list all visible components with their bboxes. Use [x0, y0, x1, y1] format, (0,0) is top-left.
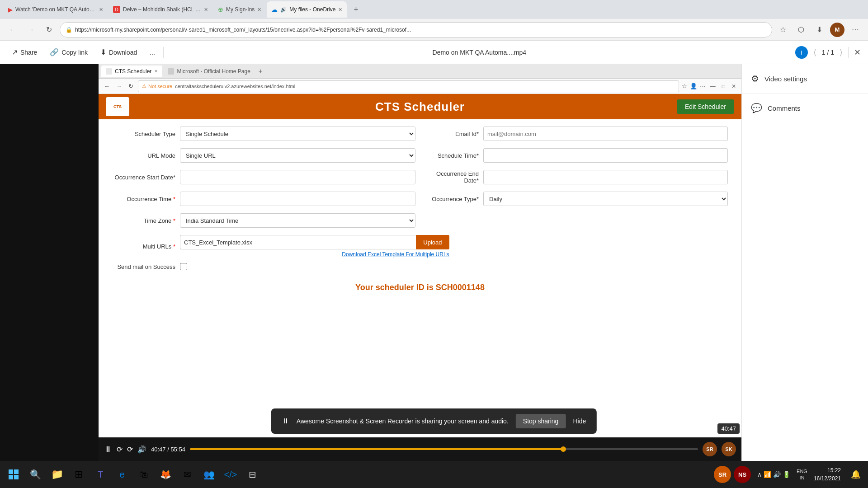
inner-close-btn[interactable]: ✕: [730, 83, 738, 89]
inner-tab1-close[interactable]: ✕: [154, 69, 158, 74]
media-filename: Demo on MKT QA Automa....mp4: [167, 49, 792, 56]
taskbar-edge-icon[interactable]: e: [112, 465, 132, 484]
inner-user-icon[interactable]: 👤: [690, 83, 697, 89]
browser-tab-1[interactable]: ▶ Watch 'Demo on MKT QA Autom... ✕: [4, 1, 108, 18]
new-tab-button[interactable]: +: [349, 3, 362, 16]
close-media-button[interactable]: ✕: [854, 47, 861, 57]
address-bar[interactable]: 🔒 https://microsoft-my.sharepoint.com/pe…: [60, 22, 772, 38]
inner-star-icon[interactable]: ☆: [682, 83, 687, 89]
taskbar-avatar-ns[interactable]: NS: [734, 466, 751, 483]
collections-icon[interactable]: ⬡: [794, 23, 808, 37]
inner-tab-1[interactable]: CTS Scheduler ✕: [101, 66, 162, 77]
more-button[interactable]: ...: [145, 46, 160, 59]
upload-button[interactable]: Upload: [416, 235, 449, 249]
inner-not-secure: Not secure: [148, 84, 172, 89]
schedule-time-input[interactable]: [483, 148, 728, 163]
occurrence-end-date-input[interactable]: [483, 170, 728, 184]
share-button[interactable]: ↗ Share: [7, 45, 42, 59]
taskbar-teams-icon[interactable]: T: [90, 465, 110, 484]
inner-forward-btn[interactable]: →: [114, 82, 124, 90]
back-button[interactable]: ←: [5, 23, 20, 37]
inner-maximize-btn[interactable]: □: [720, 83, 727, 89]
browser-tab-3[interactable]: ⊕ My Sign-Ins ✕: [213, 1, 266, 18]
inner-back-btn[interactable]: ←: [102, 82, 112, 90]
occurrence-start-date-group: Occurrence Start Date*: [112, 170, 415, 184]
multi-urls-group: Multi URLs * Upload Download Excel Templ…: [112, 235, 449, 258]
avatar-sr-1[interactable]: SR: [703, 442, 717, 456]
taskbar-cmd-icon[interactable]: ⊟: [242, 465, 262, 484]
inner-skip-back-btn[interactable]: ⟳: [117, 445, 123, 454]
forward-button[interactable]: →: [24, 23, 38, 37]
win11-start-button[interactable]: [4, 465, 24, 484]
scheduler-type-select[interactable]: Single Schedule: [180, 127, 415, 141]
inner-refresh-btn[interactable]: ↻: [127, 82, 135, 90]
copy-link-button[interactable]: 🔗 Copy link: [45, 45, 92, 59]
download-button[interactable]: ⬇ Download: [96, 45, 142, 59]
inner-tab2-favicon: [168, 68, 174, 75]
tab2-close[interactable]: ✕: [204, 7, 208, 13]
comments-label: Comments: [768, 104, 801, 112]
taskbar-right-area: SR NS ∧ 📶 🔊 🔋 ENG IN 15:22 16/12/2021 🔔: [714, 465, 864, 484]
occurrence-time-input[interactable]: [180, 192, 415, 206]
avatar-sk[interactable]: SK: [722, 442, 736, 456]
favorites-icon[interactable]: ☆: [776, 23, 790, 37]
multi-urls-input[interactable]: [180, 235, 416, 249]
notification-button[interactable]: 🔔: [847, 466, 864, 483]
inner-address-bar[interactable]: ⚠ Not secure centraltaskscheduleruiv2.az…: [138, 80, 679, 92]
taskbar-store-icon[interactable]: 🛍: [134, 465, 154, 484]
url-mode-select[interactable]: Single URL: [180, 148, 415, 163]
win11-search-button[interactable]: 🔍: [25, 465, 45, 484]
inner-tab-2[interactable]: Microsoft - Official Home Page ✕: [163, 66, 254, 77]
comments-button[interactable]: 💬 Comments: [742, 94, 868, 122]
taskbar-firefox-icon[interactable]: 🦊: [156, 465, 175, 484]
inner-tab2-label: Microsoft - Official Home Page: [177, 68, 250, 75]
page-prev-button[interactable]: ⟨: [813, 47, 816, 57]
occurrence-start-date-label: Occurrence Start Date*: [112, 174, 175, 181]
stop-sharing-button[interactable]: Stop sharing: [516, 414, 566, 428]
occurrence-type-select[interactable]: Daily: [483, 192, 728, 206]
tab3-close[interactable]: ✕: [257, 7, 261, 13]
inner-tab2-close[interactable]: ✕: [253, 69, 254, 74]
send-mail-checkbox[interactable]: [180, 263, 187, 270]
browser-tab-2[interactable]: D Delve – Mohiddin Shaik (HCL TE... ✕: [108, 1, 212, 18]
form-row-4: Occurrence Time * Occurrence Type* Daily: [112, 192, 728, 206]
tab4-close[interactable]: ✕: [338, 7, 342, 13]
inner-settings-icon[interactable]: ⋯: [700, 83, 706, 89]
time-zone-select[interactable]: India Standard Time: [180, 213, 415, 228]
inner-skip-fwd-btn[interactable]: ⟳: [127, 445, 133, 454]
browser-tab-4[interactable]: ☁ 🔊 My files - OneDrive ✕: [267, 1, 347, 18]
page-next-button[interactable]: ⟩: [840, 47, 843, 57]
inner-new-tab-button[interactable]: +: [255, 67, 266, 75]
clock-display[interactable]: 15:22 16/12/2021: [810, 465, 844, 484]
download-template-link[interactable]: Download Excel Template For Multiple URL…: [180, 251, 449, 258]
taskbar-apps-icon[interactable]: ⊞: [69, 465, 89, 484]
taskbar-teams2-icon[interactable]: 👥: [199, 465, 219, 484]
occurrence-type-group: Occurrence Type* Daily: [425, 192, 728, 206]
inner-volume-btn[interactable]: 🔊: [137, 445, 146, 454]
settings-icon[interactable]: ⋯: [848, 23, 863, 37]
taskbar-file-explorer[interactable]: 📁: [47, 465, 67, 484]
video-settings-button[interactable]: ⚙ Video settings: [742, 64, 868, 94]
inner-progress-bar[interactable]: [190, 448, 698, 450]
occurrence-time-group: Occurrence Time *: [112, 192, 415, 206]
refresh-button[interactable]: ↻: [42, 23, 56, 37]
hide-button[interactable]: Hide: [573, 418, 586, 425]
email-id-input[interactable]: [483, 127, 728, 141]
clock-date: 16/12/2021: [814, 474, 841, 483]
edit-scheduler-button[interactable]: Edit Scheduler: [677, 99, 734, 114]
downloads-icon[interactable]: ⬇: [812, 23, 826, 37]
inner-minimize-btn[interactable]: —: [708, 83, 717, 89]
main-content-area: CTS Scheduler ✕ Microsoft - Official Hom…: [0, 64, 868, 461]
taskbar-mail-icon[interactable]: ✉: [177, 465, 197, 484]
sys-tray-area[interactable]: ∧ 📶 🔊 🔋: [754, 469, 794, 480]
share-icon: ↗: [12, 48, 18, 56]
tab1-close[interactable]: ✕: [99, 7, 103, 13]
profile-button[interactable]: M: [830, 23, 844, 37]
inner-play-pause-btn[interactable]: ⏸: [104, 445, 112, 454]
cts-logo: CTS: [106, 97, 129, 116]
occurrence-start-date-input[interactable]: [180, 170, 415, 184]
taskbar-vscode-icon[interactable]: </>: [221, 465, 241, 484]
info-icon[interactable]: i: [795, 46, 808, 59]
inner-progress-thumb[interactable]: [561, 446, 566, 452]
taskbar-avatar-sr[interactable]: SR: [714, 466, 731, 483]
